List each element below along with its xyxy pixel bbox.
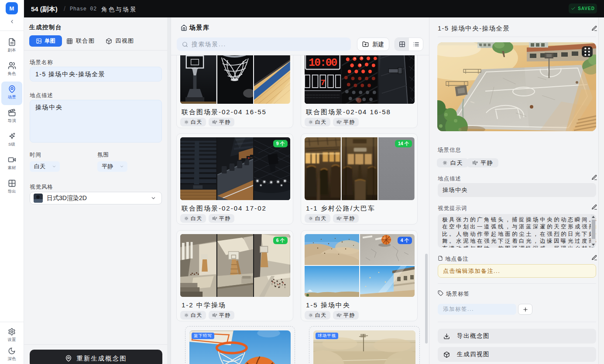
svg-text:7: 7 — [320, 78, 325, 88]
svg-text:10:00: 10:00 — [309, 57, 337, 69]
